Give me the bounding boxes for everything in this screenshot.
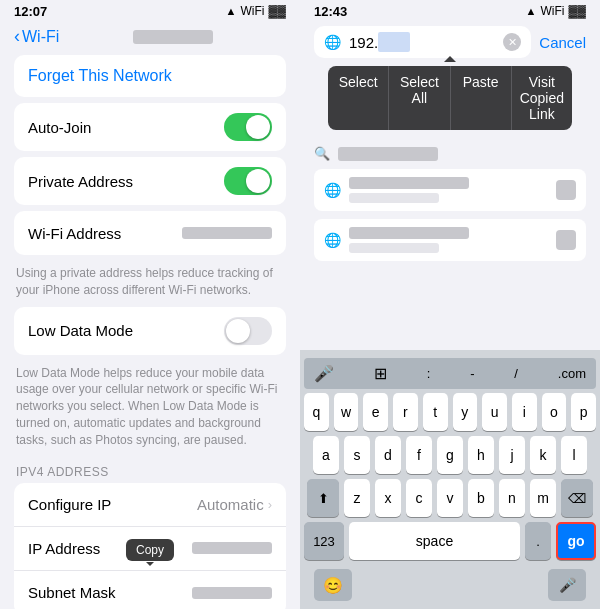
back-button[interactable]: ‹ Wi-Fi: [14, 26, 59, 47]
address-bar[interactable]: 🌐 192. ✕: [314, 26, 531, 58]
key-f[interactable]: f: [406, 436, 432, 474]
battery-icon-right: ▓▓: [569, 4, 587, 18]
context-paste[interactable]: Paste: [451, 66, 512, 130]
space-key[interactable]: space: [349, 522, 520, 560]
key-i[interactable]: i: [512, 393, 537, 431]
context-arrow: [444, 56, 456, 62]
keyboard-row-3: ⬆ z x c v b n m ⌫: [304, 479, 596, 517]
key-t[interactable]: t: [423, 393, 448, 431]
key-z[interactable]: z: [344, 479, 370, 517]
private-address-row: Private Address: [14, 157, 286, 205]
wifi-icon-right: WiFi: [541, 4, 565, 18]
key-l[interactable]: l: [561, 436, 587, 474]
key-c[interactable]: c: [406, 479, 432, 517]
left-settings-content: Forget This Network Auto-Join Private Ad…: [0, 55, 300, 609]
low-data-mode-row: Low Data Mode: [14, 307, 286, 355]
delete-key[interactable]: ⌫: [561, 479, 593, 517]
nav-bar-left: ‹ Wi-Fi: [0, 22, 300, 55]
network-name-blurred: [133, 30, 213, 44]
key-m[interactable]: m: [530, 479, 556, 517]
key-v[interactable]: v: [437, 479, 463, 517]
key-p[interactable]: p: [571, 393, 596, 431]
key-k[interactable]: k: [530, 436, 556, 474]
status-icons-left: ▲ WiFi ▓▓: [226, 4, 286, 18]
key-e[interactable]: e: [363, 393, 388, 431]
wifi-address-value: [182, 227, 272, 239]
context-menu: Select Select All Paste Visit Copied Lin…: [328, 66, 572, 130]
chevron-icon: ›: [268, 497, 272, 512]
status-icons-right: ▲ WiFi ▓▓: [526, 4, 586, 18]
ip-address-value: [192, 542, 272, 554]
key-b[interactable]: b: [468, 479, 494, 517]
private-address-group: Private Address: [14, 157, 286, 205]
key-s[interactable]: s: [344, 436, 370, 474]
period-key[interactable]: .: [525, 522, 551, 560]
key-g[interactable]: g: [437, 436, 463, 474]
address-url: 192.: [349, 34, 378, 51]
copy-tooltip: Copy: [126, 539, 174, 561]
low-data-mode-group: Low Data Mode: [14, 307, 286, 355]
forget-network-label[interactable]: Forget This Network: [28, 67, 172, 84]
dictation-key[interactable]: 🎤: [548, 569, 586, 601]
back-chevron: ‹: [14, 26, 20, 47]
num-key[interactable]: 123: [304, 522, 344, 560]
forget-network-row[interactable]: Forget This Network: [14, 55, 286, 97]
key-d[interactable]: d: [375, 436, 401, 474]
go-button[interactable]: go: [556, 522, 596, 560]
status-bar-left: 12:07 ▲ WiFi ▓▓: [0, 0, 300, 22]
battery-icon: ▓▓: [269, 4, 287, 18]
key-j[interactable]: j: [499, 436, 525, 474]
key-q[interactable]: q: [304, 393, 329, 431]
browser-row-1[interactable]: 🌐: [314, 169, 586, 211]
browser-row-1-thumb: [556, 180, 576, 200]
wifi-address-row: Wi-Fi Address: [14, 211, 286, 255]
slash-key[interactable]: /: [514, 366, 518, 381]
configure-ip-row[interactable]: Configure IP Automatic ›: [14, 483, 286, 527]
key-y[interactable]: y: [453, 393, 478, 431]
context-visit-copied[interactable]: Visit Copied Link: [512, 66, 572, 130]
browser-row-1-sub: [349, 193, 439, 203]
signal-icon-right: ▲: [526, 5, 537, 17]
wifi-address-group: Wi-Fi Address: [14, 211, 286, 255]
auto-join-toggle[interactable]: [224, 113, 272, 141]
toggle-thumb-2: [246, 169, 270, 193]
context-select-all[interactable]: Select All: [389, 66, 450, 130]
mic-toolbar-icon[interactable]: 🎤: [314, 364, 334, 383]
emoji-key[interactable]: 😊: [314, 569, 352, 601]
globe-icon-row1: 🌐: [324, 182, 341, 198]
keyboard-toolbar: 🎤 ⊞ : - / .com: [304, 358, 596, 389]
low-data-mode-label: Low Data Mode: [28, 322, 133, 339]
shift-key[interactable]: ⬆: [307, 479, 339, 517]
time-right: 12:43: [314, 4, 347, 19]
key-u[interactable]: u: [482, 393, 507, 431]
grid-toolbar-icon[interactable]: ⊞: [374, 364, 387, 383]
browser-row-2-thumb: [556, 230, 576, 250]
key-x[interactable]: x: [375, 479, 401, 517]
ipv4-section-header: IPV4 ADDRESS: [0, 457, 300, 483]
dotcom-key[interactable]: .com: [558, 366, 586, 381]
wifi-icon: WiFi: [241, 4, 265, 18]
clear-button[interactable]: ✕: [503, 33, 521, 51]
private-address-toggle[interactable]: [224, 167, 272, 195]
status-bar-right: 12:43 ▲ WiFi ▓▓: [300, 0, 600, 22]
low-data-mode-toggle[interactable]: [224, 317, 272, 345]
key-n[interactable]: n: [499, 479, 525, 517]
key-r[interactable]: r: [393, 393, 418, 431]
colon-key[interactable]: :: [427, 366, 431, 381]
toggle-thumb: [246, 115, 270, 139]
back-label[interactable]: Wi-Fi: [22, 28, 59, 46]
cancel-button[interactable]: Cancel: [539, 34, 586, 51]
browser-row-1-content: [349, 177, 548, 203]
configure-ip-value: Automatic ›: [197, 496, 272, 513]
browser-row-2[interactable]: 🌐: [314, 219, 586, 261]
address-highlight: [378, 32, 410, 52]
browser-row-2-sub: [349, 243, 439, 253]
key-o[interactable]: o: [542, 393, 567, 431]
key-h[interactable]: h: [468, 436, 494, 474]
key-w[interactable]: w: [334, 393, 359, 431]
ipv4-group: Configure IP Automatic › IP Address Subn…: [14, 483, 286, 609]
dash-key[interactable]: -: [470, 366, 474, 381]
key-a[interactable]: a: [313, 436, 339, 474]
auto-join-group: Auto-Join: [14, 103, 286, 151]
context-select[interactable]: Select: [328, 66, 389, 130]
